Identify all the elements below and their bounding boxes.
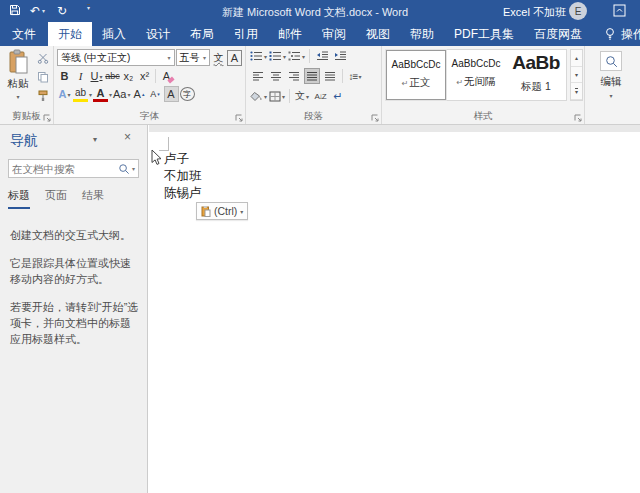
grow-font-button[interactable]: A▴	[132, 86, 147, 102]
cut-button[interactable]	[35, 50, 51, 65]
style-normal[interactable]: AaBbCcDc ↵正文	[386, 50, 446, 100]
line-spacing-button[interactable]: ↕≡ ▾	[347, 68, 363, 84]
document-line[interactable]: 不加班	[164, 168, 202, 185]
document-line[interactable]: 陈锡卢	[164, 185, 202, 202]
dialog-launcher-icon	[371, 114, 379, 122]
editing-button[interactable]: 编辑 ▾	[595, 51, 627, 99]
font-color-button[interactable]: A	[93, 86, 108, 102]
style-heading-1[interactable]: AaBb 标题 1	[506, 50, 566, 100]
align-left-icon	[252, 71, 264, 81]
close-icon[interactable]: ×	[124, 130, 131, 144]
tab-help[interactable]: 帮助	[400, 22, 444, 46]
nav-tab-results[interactable]: 结果	[82, 188, 104, 209]
document-text: 卢子 不加班 陈锡卢	[164, 151, 202, 202]
nav-help-paragraph: 创建文档的交互式大纲。	[10, 227, 139, 243]
asian-layout-button[interactable]: 文 ▾	[294, 88, 310, 104]
clipboard-dialog-launcher[interactable]	[43, 114, 51, 122]
increase-indent-icon	[334, 51, 347, 61]
decrease-indent-button[interactable]	[314, 48, 330, 64]
phonetic-guide-button[interactable]: 文	[211, 50, 226, 66]
tab-design[interactable]: 设计	[136, 22, 180, 46]
nav-tab-pages[interactable]: 页面	[45, 188, 67, 209]
document-page[interactable]: 卢子 不加班 陈锡卢 (Ctrl) ▾	[149, 132, 640, 493]
font-size-combo[interactable]: 五号 ▾	[176, 49, 210, 66]
font-dialog-launcher[interactable]	[235, 114, 243, 122]
paragraph-dialog-launcher[interactable]	[371, 114, 379, 122]
document-line[interactable]: 卢子	[164, 151, 202, 168]
font-name-combo[interactable]: 等线 (中文正文) ▾	[57, 49, 175, 66]
tab-home[interactable]: 开始	[48, 22, 92, 46]
signed-in-user[interactable]: Excel 不加班	[503, 5, 566, 20]
line-spacing-icon: ↕≡	[349, 71, 358, 82]
tab-pdf-tools[interactable]: PDF工具集	[444, 22, 524, 46]
avatar[interactable]: E	[569, 2, 587, 20]
tell-me-search[interactable]: 操作说明搜索	[604, 22, 640, 46]
tab-references[interactable]: 引用	[224, 22, 268, 46]
separator	[155, 69, 156, 83]
change-case-button[interactable]: Aa▾	[113, 86, 130, 102]
shrink-font-button[interactable]: A▾	[148, 86, 163, 102]
numbering-icon	[269, 51, 282, 61]
italic-button[interactable]: I	[73, 68, 88, 84]
align-left-button[interactable]	[250, 68, 266, 84]
multilevel-list-button[interactable]: ▾	[288, 48, 305, 64]
search-input[interactable]	[12, 163, 118, 175]
style-no-spacing[interactable]: AaBbCcDc ↵无间隔	[446, 50, 506, 100]
nav-tab-headings[interactable]: 标题	[8, 188, 30, 209]
clear-formatting-button[interactable]: A	[159, 68, 174, 84]
styles-more-button[interactable]: ▾	[571, 83, 582, 100]
numbering-button[interactable]: ▾	[269, 48, 286, 64]
tab-mailings[interactable]: 邮件	[268, 22, 312, 46]
borders-button[interactable]: ▾	[269, 88, 285, 104]
tab-layout[interactable]: 布局	[180, 22, 224, 46]
align-center-icon	[270, 71, 282, 81]
tab-view[interactable]: 视图	[356, 22, 400, 46]
ribbon-display-options-button[interactable]	[613, 4, 626, 17]
separator	[289, 89, 290, 103]
search-dropdown-icon[interactable]: ▾	[132, 165, 135, 172]
font-group-label: 字体	[54, 110, 245, 123]
superscript-button[interactable]: x²	[137, 68, 152, 84]
tab-review[interactable]: 审阅	[312, 22, 356, 46]
align-right-button[interactable]	[286, 68, 302, 84]
strikethrough-button[interactable]: abc	[105, 68, 120, 84]
bold-button[interactable]: B	[57, 68, 72, 84]
save-icon	[9, 4, 21, 16]
sort-button[interactable]: A↓Z	[312, 88, 328, 104]
show-hide-marks-button[interactable]: ↵	[330, 88, 346, 104]
paste-clipboard-icon	[7, 49, 29, 74]
highlight-color-button[interactable]: ab	[73, 86, 88, 102]
tab-insert[interactable]: 插入	[92, 22, 136, 46]
styles-scroll-down-button[interactable]: ▾	[571, 67, 582, 84]
document-search-box[interactable]: ▾	[8, 159, 139, 178]
enclose-characters-button[interactable]: 字	[180, 87, 195, 101]
search-icon[interactable]	[118, 163, 130, 175]
copy-button[interactable]	[35, 69, 51, 84]
paste-options-button[interactable]: (Ctrl) ▾	[196, 202, 248, 220]
character-shading-button[interactable]: A	[164, 86, 179, 102]
tab-file[interactable]: 文件	[0, 22, 48, 46]
undo-icon: ↶	[30, 4, 40, 18]
undo-button[interactable]: ↶ ▾	[30, 4, 45, 18]
justify-button[interactable]	[304, 68, 320, 84]
align-center-button[interactable]	[268, 68, 284, 84]
format-painter-button[interactable]	[35, 88, 51, 103]
underline-button[interactable]: U▾	[89, 68, 104, 84]
bullets-button[interactable]: ▾	[250, 48, 267, 64]
chevron-down-icon[interactable]: ▾	[93, 135, 97, 144]
subscript-button[interactable]: x₂	[121, 68, 136, 84]
paste-button[interactable]: 粘贴 ▾	[3, 49, 33, 107]
shading-button[interactable]: ▾	[250, 88, 267, 104]
customize-qat-button[interactable]: ▾	[85, 4, 90, 11]
styles-scroll-up-button[interactable]: ▴	[571, 50, 582, 67]
paint-bucket-icon	[250, 91, 263, 102]
text-effects-button[interactable]: A▾	[57, 86, 72, 102]
styles-dialog-launcher[interactable]	[574, 114, 582, 122]
character-border-button[interactable]: A	[227, 50, 242, 66]
tab-baidu-netdisk[interactable]: 百度网盘	[524, 22, 592, 46]
distributed-button[interactable]	[322, 68, 338, 84]
styles-scrollbar: ▴ ▾ ▾	[570, 49, 583, 101]
increase-indent-button[interactable]	[332, 48, 348, 64]
save-button[interactable]	[9, 4, 21, 16]
redo-button[interactable]: ↻	[57, 4, 67, 18]
